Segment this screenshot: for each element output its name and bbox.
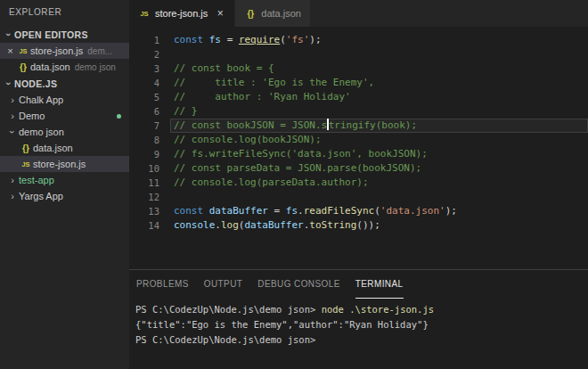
- code-token: [203, 34, 209, 45]
- code-token: // const bookJSON = JSON.s: [174, 119, 327, 131]
- code-token: dataBuffer: [209, 205, 268, 217]
- js-file-icon: JS: [20, 160, 32, 168]
- code-token: );: [445, 205, 457, 217]
- terminal-line: PS C:\CodezUp\Node.js\demo json> node .\…: [135, 302, 588, 317]
- line-number: 10: [129, 161, 159, 176]
- code-line[interactable]: 6// }: [129, 104, 588, 119]
- editor-column: JSstore-json.js×{}data.json 1const fs = …: [129, 0, 588, 369]
- terminal-line: {"title":"Ego is the Enemy","author":"Ry…: [135, 317, 588, 332]
- project-label: NODE.JS: [14, 78, 57, 89]
- code-token: log: [221, 219, 239, 231]
- code-text: // author : 'Ryan Holiday': [170, 90, 588, 104]
- line-number: 6: [129, 104, 159, 119]
- code-text: // const parseData = JSON.parse(bookJSON…: [170, 161, 588, 176]
- code-editor[interactable]: 1const fs = require('fs');23// const boo…: [129, 27, 588, 269]
- vscode-window: EXPLORER › OPEN EDITORS ×JSstore-json.js…: [0, 0, 588, 369]
- editor-tabbar: JSstore-json.js×{}data.json: [129, 0, 588, 27]
- tree-folder-item[interactable]: ›Yargs App: [0, 188, 129, 204]
- open-editors-list: ×JSstore-json.jsdem...{}data.jsondemo js…: [0, 43, 129, 75]
- code-line[interactable]: 4// title : 'Ego is the Enemy',: [129, 76, 588, 90]
- line-number: 8: [129, 133, 159, 147]
- code-line[interactable]: 5// author : 'Ryan Holiday': [129, 90, 588, 104]
- code-token: const: [174, 205, 203, 217]
- tree-file-item[interactable]: JSstore-json.js: [0, 156, 129, 172]
- code-token: .: [298, 205, 304, 217]
- tree-item-label: test-app: [19, 175, 54, 185]
- code-token: fs: [286, 205, 298, 217]
- tree-folder-item[interactable]: ›Demo: [0, 108, 129, 124]
- code-token: // author : 'Ryan Holiday': [174, 91, 351, 102]
- project-header[interactable]: › NODE.JS: [0, 75, 129, 92]
- code-token: 'data.json': [380, 205, 445, 217]
- code-line[interactable]: 10// const parseData = JSON.parse(bookJS…: [129, 161, 588, 176]
- tree-folder-item[interactable]: ›Chalk App: [0, 92, 129, 108]
- bottom-panel: PROBLEMSOUTPUTDEBUG CONSOLETERMINAL PS C…: [129, 269, 588, 369]
- close-icon[interactable]: ×: [5, 45, 15, 56]
- tab-label: data.json: [261, 8, 301, 19]
- code-line[interactable]: 8// console.log(bookJSON);: [129, 133, 588, 147]
- line-number: 4: [129, 76, 159, 90]
- tree-folder-item[interactable]: ›test-app: [0, 172, 129, 188]
- code-token: // const parseData = JSON.parse(bookJSON…: [174, 162, 421, 174]
- tree-file-item[interactable]: {}data.json: [0, 140, 129, 156]
- line-number: 13: [129, 204, 159, 218]
- git-change-dot: [117, 114, 121, 119]
- code-text: // console.log(bookJSON);: [170, 133, 588, 147]
- chevron-right-icon: ›: [7, 175, 18, 185]
- open-editor-item[interactable]: {}data.jsondemo json: [0, 59, 129, 75]
- json-file-icon: {}: [20, 144, 32, 153]
- code-token: [268, 205, 274, 217]
- code-line[interactable]: 1const fs = require('fs');: [129, 33, 588, 47]
- line-number: 2: [129, 47, 159, 62]
- code-token: (: [374, 205, 380, 217]
- panel-tab-output[interactable]: OUTPUT: [204, 270, 243, 299]
- code-token: // title : 'Ego is the Enemy',: [174, 77, 374, 88]
- code-token: [280, 205, 286, 217]
- open-editor-item[interactable]: ×JSstore-json.jsdem...: [0, 43, 129, 59]
- code-text: console.log(dataBuffer.toString());: [170, 218, 588, 233]
- chevron-down-icon: ›: [4, 29, 14, 40]
- json-file-icon: {}: [17, 62, 29, 72]
- code-token: // const book = {: [174, 62, 274, 74]
- code-line[interactable]: 2: [129, 47, 588, 62]
- code-text: [170, 190, 588, 204]
- line-number: 14: [129, 218, 159, 233]
- file-tree: ›Chalk App›Demo›demo json{}data.jsonJSst…: [0, 92, 129, 204]
- panel-tab-debug-console[interactable]: DEBUG CONSOLE: [257, 270, 339, 299]
- code-line[interactable]: 14console.log(dataBuffer.toString());: [129, 218, 588, 233]
- code-token: readFileSync: [304, 205, 374, 217]
- code-line[interactable]: 11// console.log(parseData.author);: [129, 176, 588, 190]
- explorer-title: EXPLORER: [0, 0, 129, 26]
- terminal-line: PS C:\CodezUp\Node.js\demo json>: [135, 332, 588, 348]
- tree-folder-item[interactable]: ›demo json: [0, 124, 129, 140]
- tree-item-label: data.json: [33, 143, 73, 153]
- code-line[interactable]: 12: [129, 190, 588, 204]
- editor-tab-store-json-js[interactable]: JSstore-json.js×: [129, 0, 235, 27]
- tree-item-label: store-json.js: [33, 159, 86, 169]
- json-file-icon: {}: [244, 9, 257, 19]
- open-editors-header[interactable]: › OPEN EDITORS: [0, 26, 129, 43]
- line-number: 5: [129, 90, 159, 104]
- terminal-output[interactable]: PS C:\CodezUp\Node.js\demo json> node .\…: [129, 299, 588, 369]
- panel-tabbar: PROBLEMSOUTPUTDEBUG CONSOLETERMINAL: [129, 270, 588, 299]
- code-token: // fs.writeFileSync('data.json', bookJSO…: [174, 148, 428, 160]
- code-text: [170, 47, 588, 62]
- code-token: [203, 205, 209, 217]
- code-token: [233, 34, 239, 45]
- code-line[interactable]: 13const dataBuffer = fs.readFileSync('da…: [129, 204, 588, 218]
- editor-tab-data-json[interactable]: {}data.json: [235, 0, 311, 27]
- code-token: ());: [356, 219, 380, 231]
- code-token: );: [309, 34, 321, 45]
- line-number: 11: [129, 176, 159, 190]
- line-number: 7: [129, 119, 159, 133]
- close-icon[interactable]: ×: [215, 7, 225, 20]
- tree-item-label: Demo: [19, 111, 45, 121]
- panel-tab-problems[interactable]: PROBLEMS: [136, 270, 189, 299]
- code-line[interactable]: 9// fs.writeFileSync('data.json', bookJS…: [129, 147, 588, 161]
- file-folder-detail: demo json: [75, 62, 116, 72]
- panel-tab-terminal[interactable]: TERMINAL: [355, 270, 404, 299]
- code-line[interactable]: 3// const book = {: [129, 62, 588, 76]
- terminal-token: PS C:\CodezUp\Node.js\demo json>: [135, 304, 322, 315]
- code-text: // const book = {: [170, 62, 588, 76]
- code-line[interactable]: 7// const bookJSON = JSON.stringify(book…: [129, 119, 588, 133]
